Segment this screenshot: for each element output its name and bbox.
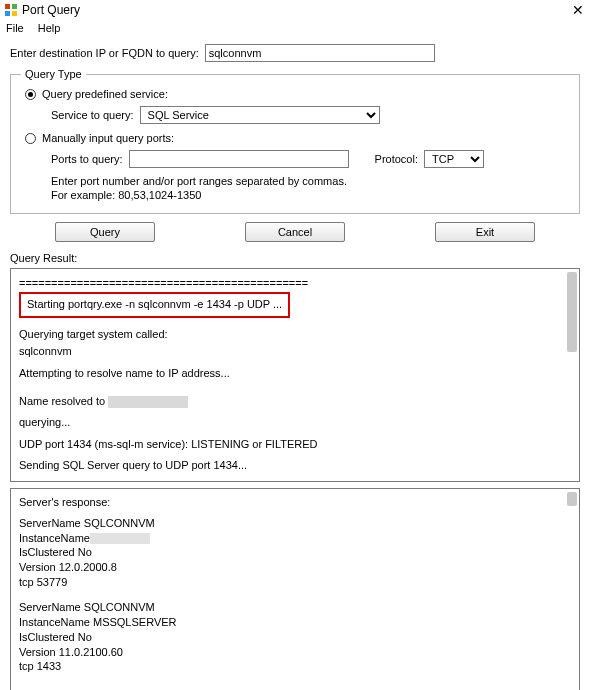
titlebar: Port Query ✕ bbox=[0, 0, 590, 20]
destination-label: Enter destination IP or FQDN to query: bbox=[10, 47, 199, 59]
s2-clustered: IsClustered No bbox=[19, 630, 571, 645]
protocol-label: Protocol: bbox=[375, 153, 418, 165]
menubar: File Help bbox=[0, 20, 590, 38]
result-sending: Sending SQL Server query to UDP port 143… bbox=[19, 457, 571, 475]
exit-button[interactable]: Exit bbox=[435, 222, 535, 242]
server-response-box: Server's response: ServerName SQLCONNVM … bbox=[10, 488, 580, 690]
result-resolved-prefix: Name resolved to bbox=[19, 395, 105, 407]
result-rule: ========================================… bbox=[19, 275, 571, 293]
s2-servername: ServerName SQLCONNVM bbox=[19, 600, 571, 615]
close-icon[interactable]: ✕ bbox=[572, 2, 584, 18]
result-resolving: Attempting to resolve name to IP address… bbox=[19, 365, 571, 383]
query-type-legend: Query Type bbox=[21, 68, 86, 80]
radio-predefined[interactable] bbox=[25, 89, 36, 100]
ports-hint-line1: Enter port number and/or port ranges sep… bbox=[51, 174, 569, 188]
s2-version: Version 11.0.2100.60 bbox=[19, 645, 571, 660]
service-dropdown[interactable]: SQL Service bbox=[140, 106, 380, 124]
s2-tcp: tcp 1433 bbox=[19, 659, 571, 674]
redacted-instance bbox=[90, 533, 150, 544]
radio-manual[interactable] bbox=[25, 133, 36, 144]
radio-predefined-label: Query predefined service: bbox=[42, 88, 168, 100]
response-header: Server's response: bbox=[19, 495, 571, 510]
result-target-name: sqlconnvm bbox=[19, 343, 571, 361]
s2-instancename: InstanceName MSSQLSERVER bbox=[19, 615, 571, 630]
s1-version: Version 12.0.2000.8 bbox=[19, 560, 571, 575]
scrollbar[interactable] bbox=[567, 492, 577, 506]
ports-input[interactable] bbox=[129, 150, 349, 168]
menu-file[interactable]: File bbox=[6, 22, 24, 34]
query-result-box: ========================================… bbox=[10, 268, 580, 482]
menu-help[interactable]: Help bbox=[38, 22, 61, 34]
result-querying: querying... bbox=[19, 414, 571, 432]
cancel-button[interactable]: Cancel bbox=[245, 222, 345, 242]
redacted-ip bbox=[108, 396, 188, 408]
ports-hint-line2: For example: 80,53,1024-1350 bbox=[51, 188, 569, 202]
result-querying-target: Querying target system called: bbox=[19, 326, 571, 344]
ports-to-query-label: Ports to query: bbox=[51, 153, 123, 165]
destination-input[interactable] bbox=[205, 44, 435, 62]
s1-clustered: IsClustered No bbox=[19, 545, 571, 560]
svg-rect-0 bbox=[5, 4, 10, 9]
query-type-group: Query Type Query predefined service: Ser… bbox=[10, 68, 580, 214]
s1-tcp: tcp 53779 bbox=[19, 575, 571, 590]
result-starting-highlight: Starting portqry.exe -n sqlconnvm -e 143… bbox=[19, 292, 290, 318]
s1-instancename-prefix: InstanceName bbox=[19, 532, 90, 544]
window-title: Port Query bbox=[22, 3, 80, 17]
s1-servername: ServerName SQLCONNVM bbox=[19, 516, 571, 531]
svg-rect-3 bbox=[12, 11, 17, 16]
result-udp-status: UDP port 1434 (ms-sql-m service): LISTEN… bbox=[19, 436, 571, 454]
query-button[interactable]: Query bbox=[55, 222, 155, 242]
scrollbar[interactable] bbox=[567, 272, 577, 352]
radio-manual-label: Manually input query ports: bbox=[42, 132, 174, 144]
app-icon bbox=[4, 3, 18, 17]
svg-rect-1 bbox=[12, 4, 17, 9]
service-to-query-label: Service to query: bbox=[51, 109, 134, 121]
query-result-label: Query Result: bbox=[10, 252, 580, 264]
svg-rect-2 bbox=[5, 11, 10, 16]
protocol-dropdown[interactable]: TCP bbox=[424, 150, 484, 168]
